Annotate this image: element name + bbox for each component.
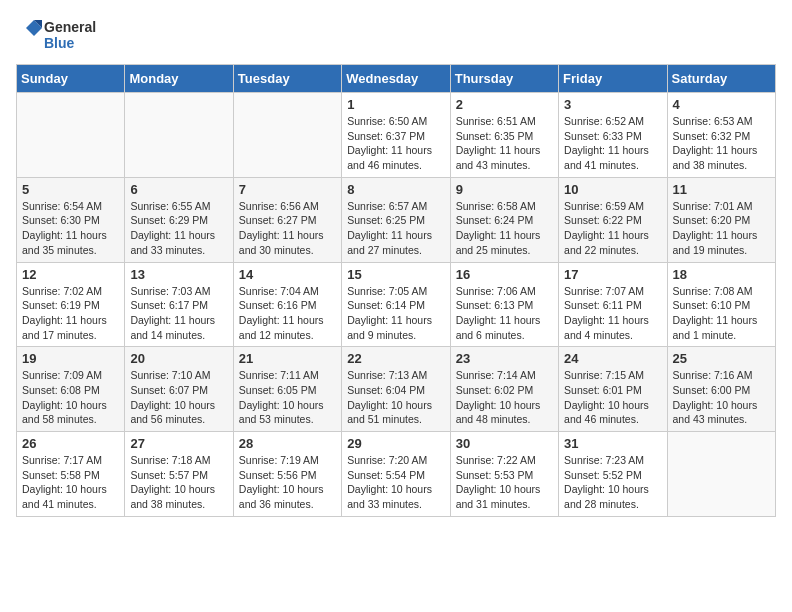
- day-info: Sunrise: 6:58 AM Sunset: 6:24 PM Dayligh…: [456, 199, 553, 258]
- day-number: 13: [130, 267, 227, 282]
- day-number: 28: [239, 436, 336, 451]
- day-info: Sunrise: 7:23 AM Sunset: 5:52 PM Dayligh…: [564, 453, 661, 512]
- day-info: Sunrise: 7:20 AM Sunset: 5:54 PM Dayligh…: [347, 453, 444, 512]
- calendar-cell: 3Sunrise: 6:52 AM Sunset: 6:33 PM Daylig…: [559, 93, 667, 178]
- day-info: Sunrise: 7:18 AM Sunset: 5:57 PM Dayligh…: [130, 453, 227, 512]
- calendar-cell: 14Sunrise: 7:04 AM Sunset: 6:16 PM Dayli…: [233, 262, 341, 347]
- day-number: 14: [239, 267, 336, 282]
- day-info: Sunrise: 7:17 AM Sunset: 5:58 PM Dayligh…: [22, 453, 119, 512]
- page-header: General Blue: [16, 16, 776, 56]
- day-info: Sunrise: 7:11 AM Sunset: 6:05 PM Dayligh…: [239, 368, 336, 427]
- calendar-cell: 17Sunrise: 7:07 AM Sunset: 6:11 PM Dayli…: [559, 262, 667, 347]
- calendar-cell: 13Sunrise: 7:03 AM Sunset: 6:17 PM Dayli…: [125, 262, 233, 347]
- day-number: 9: [456, 182, 553, 197]
- calendar-cell: 21Sunrise: 7:11 AM Sunset: 6:05 PM Dayli…: [233, 347, 341, 432]
- day-info: Sunrise: 7:04 AM Sunset: 6:16 PM Dayligh…: [239, 284, 336, 343]
- weekday-header: Thursday: [450, 65, 558, 93]
- calendar-cell: 9Sunrise: 6:58 AM Sunset: 6:24 PM Daylig…: [450, 177, 558, 262]
- day-info: Sunrise: 6:57 AM Sunset: 6:25 PM Dayligh…: [347, 199, 444, 258]
- day-number: 24: [564, 351, 661, 366]
- calendar-week-row: 26Sunrise: 7:17 AM Sunset: 5:58 PM Dayli…: [17, 432, 776, 517]
- day-info: Sunrise: 6:50 AM Sunset: 6:37 PM Dayligh…: [347, 114, 444, 173]
- weekday-header: Monday: [125, 65, 233, 93]
- calendar-body: 1Sunrise: 6:50 AM Sunset: 6:37 PM Daylig…: [17, 93, 776, 517]
- calendar-week-row: 5Sunrise: 6:54 AM Sunset: 6:30 PM Daylig…: [17, 177, 776, 262]
- calendar-cell: 2Sunrise: 6:51 AM Sunset: 6:35 PM Daylig…: [450, 93, 558, 178]
- day-number: 8: [347, 182, 444, 197]
- weekday-header: Saturday: [667, 65, 775, 93]
- day-number: 27: [130, 436, 227, 451]
- calendar-cell: 16Sunrise: 7:06 AM Sunset: 6:13 PM Dayli…: [450, 262, 558, 347]
- calendar-cell: 12Sunrise: 7:02 AM Sunset: 6:19 PM Dayli…: [17, 262, 125, 347]
- logo-svg: General Blue: [16, 16, 96, 56]
- svg-text:Blue: Blue: [44, 35, 75, 51]
- day-info: Sunrise: 7:15 AM Sunset: 6:01 PM Dayligh…: [564, 368, 661, 427]
- calendar-cell: 22Sunrise: 7:13 AM Sunset: 6:04 PM Dayli…: [342, 347, 450, 432]
- day-number: 4: [673, 97, 770, 112]
- day-info: Sunrise: 6:59 AM Sunset: 6:22 PM Dayligh…: [564, 199, 661, 258]
- day-number: 7: [239, 182, 336, 197]
- day-info: Sunrise: 7:14 AM Sunset: 6:02 PM Dayligh…: [456, 368, 553, 427]
- calendar-cell: 25Sunrise: 7:16 AM Sunset: 6:00 PM Dayli…: [667, 347, 775, 432]
- calendar-cell: 26Sunrise: 7:17 AM Sunset: 5:58 PM Dayli…: [17, 432, 125, 517]
- calendar-header-row: SundayMondayTuesdayWednesdayThursdayFrid…: [17, 65, 776, 93]
- day-info: Sunrise: 7:16 AM Sunset: 6:00 PM Dayligh…: [673, 368, 770, 427]
- day-number: 26: [22, 436, 119, 451]
- day-info: Sunrise: 7:07 AM Sunset: 6:11 PM Dayligh…: [564, 284, 661, 343]
- day-number: 30: [456, 436, 553, 451]
- day-number: 29: [347, 436, 444, 451]
- calendar-cell: 31Sunrise: 7:23 AM Sunset: 5:52 PM Dayli…: [559, 432, 667, 517]
- calendar-cell: [17, 93, 125, 178]
- day-info: Sunrise: 7:13 AM Sunset: 6:04 PM Dayligh…: [347, 368, 444, 427]
- day-info: Sunrise: 6:52 AM Sunset: 6:33 PM Dayligh…: [564, 114, 661, 173]
- calendar-table: SundayMondayTuesdayWednesdayThursdayFrid…: [16, 64, 776, 517]
- day-number: 17: [564, 267, 661, 282]
- weekday-header: Wednesday: [342, 65, 450, 93]
- calendar-cell: 20Sunrise: 7:10 AM Sunset: 6:07 PM Dayli…: [125, 347, 233, 432]
- calendar-cell: 5Sunrise: 6:54 AM Sunset: 6:30 PM Daylig…: [17, 177, 125, 262]
- day-info: Sunrise: 6:56 AM Sunset: 6:27 PM Dayligh…: [239, 199, 336, 258]
- day-info: Sunrise: 7:08 AM Sunset: 6:10 PM Dayligh…: [673, 284, 770, 343]
- logo: General Blue: [16, 16, 96, 56]
- calendar-cell: 24Sunrise: 7:15 AM Sunset: 6:01 PM Dayli…: [559, 347, 667, 432]
- calendar-cell: 15Sunrise: 7:05 AM Sunset: 6:14 PM Dayli…: [342, 262, 450, 347]
- day-number: 21: [239, 351, 336, 366]
- day-info: Sunrise: 7:03 AM Sunset: 6:17 PM Dayligh…: [130, 284, 227, 343]
- svg-text:General: General: [44, 19, 96, 35]
- day-number: 12: [22, 267, 119, 282]
- calendar-cell: 28Sunrise: 7:19 AM Sunset: 5:56 PM Dayli…: [233, 432, 341, 517]
- day-number: 6: [130, 182, 227, 197]
- calendar-cell: [667, 432, 775, 517]
- day-info: Sunrise: 6:53 AM Sunset: 6:32 PM Dayligh…: [673, 114, 770, 173]
- day-number: 15: [347, 267, 444, 282]
- calendar-week-row: 19Sunrise: 7:09 AM Sunset: 6:08 PM Dayli…: [17, 347, 776, 432]
- calendar-cell: 19Sunrise: 7:09 AM Sunset: 6:08 PM Dayli…: [17, 347, 125, 432]
- day-info: Sunrise: 7:06 AM Sunset: 6:13 PM Dayligh…: [456, 284, 553, 343]
- day-number: 5: [22, 182, 119, 197]
- calendar-cell: 18Sunrise: 7:08 AM Sunset: 6:10 PM Dayli…: [667, 262, 775, 347]
- day-number: 20: [130, 351, 227, 366]
- day-number: 31: [564, 436, 661, 451]
- day-number: 11: [673, 182, 770, 197]
- day-number: 19: [22, 351, 119, 366]
- calendar-week-row: 12Sunrise: 7:02 AM Sunset: 6:19 PM Dayli…: [17, 262, 776, 347]
- calendar-cell: 11Sunrise: 7:01 AM Sunset: 6:20 PM Dayli…: [667, 177, 775, 262]
- day-number: 1: [347, 97, 444, 112]
- day-number: 22: [347, 351, 444, 366]
- calendar-cell: 27Sunrise: 7:18 AM Sunset: 5:57 PM Dayli…: [125, 432, 233, 517]
- calendar-week-row: 1Sunrise: 6:50 AM Sunset: 6:37 PM Daylig…: [17, 93, 776, 178]
- day-info: Sunrise: 7:19 AM Sunset: 5:56 PM Dayligh…: [239, 453, 336, 512]
- day-info: Sunrise: 7:05 AM Sunset: 6:14 PM Dayligh…: [347, 284, 444, 343]
- day-number: 2: [456, 97, 553, 112]
- day-info: Sunrise: 7:09 AM Sunset: 6:08 PM Dayligh…: [22, 368, 119, 427]
- day-number: 10: [564, 182, 661, 197]
- day-number: 25: [673, 351, 770, 366]
- calendar-cell: [125, 93, 233, 178]
- day-info: Sunrise: 6:54 AM Sunset: 6:30 PM Dayligh…: [22, 199, 119, 258]
- weekday-header: Friday: [559, 65, 667, 93]
- weekday-header: Sunday: [17, 65, 125, 93]
- day-info: Sunrise: 7:22 AM Sunset: 5:53 PM Dayligh…: [456, 453, 553, 512]
- day-number: 16: [456, 267, 553, 282]
- day-number: 23: [456, 351, 553, 366]
- calendar-cell: 8Sunrise: 6:57 AM Sunset: 6:25 PM Daylig…: [342, 177, 450, 262]
